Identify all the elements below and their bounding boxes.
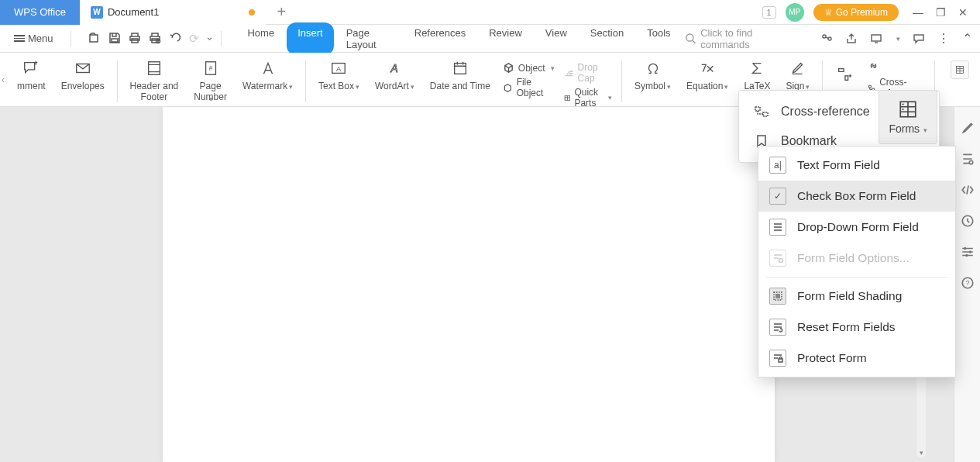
comment-icon bbox=[22, 59, 40, 78]
app-tab[interactable]: WPS Office bbox=[0, 0, 80, 25]
watermark-button[interactable]: Watermark▾ bbox=[235, 57, 301, 93]
equation-button[interactable]: Equation▾ bbox=[679, 57, 736, 93]
object-button[interactable]: Object▾ bbox=[503, 62, 555, 74]
document-name-label: Document1 bbox=[108, 6, 159, 18]
share-icon[interactable] bbox=[820, 33, 833, 45]
link-group-icon bbox=[835, 65, 854, 84]
redo-icon[interactable]: ⟳ bbox=[189, 32, 199, 46]
window-badge[interactable]: 1 bbox=[762, 6, 776, 19]
print-preview-icon[interactable] bbox=[149, 32, 161, 46]
more-icon[interactable]: › bbox=[201, 37, 215, 40]
history-panel-icon[interactable] bbox=[961, 214, 975, 228]
user-avatar[interactable]: MP bbox=[786, 3, 804, 22]
close-button[interactable]: ✕ bbox=[958, 6, 968, 19]
document-tab[interactable]: W Document1 bbox=[80, 0, 266, 25]
calendar-icon bbox=[451, 59, 469, 78]
menu-form-field-shading[interactable]: Form Field Shading bbox=[758, 281, 955, 312]
sign-button[interactable]: Sign▾ bbox=[778, 57, 817, 93]
envelopes-button[interactable]: Envelopes bbox=[53, 57, 112, 93]
kebab-icon[interactable]: ⋮ bbox=[937, 31, 950, 46]
export-icon[interactable] bbox=[845, 33, 858, 45]
plus-icon: + bbox=[277, 3, 286, 21]
svg-point-20 bbox=[968, 250, 971, 253]
tab-tools[interactable]: Tools bbox=[636, 22, 681, 55]
menu-text-form-field[interactable]: a| Text Form Field bbox=[758, 150, 955, 181]
command-search[interactable]: Click to find commands bbox=[685, 27, 802, 50]
screen-icon[interactable] bbox=[870, 33, 882, 45]
menu-toggle[interactable]: Menu bbox=[8, 29, 60, 47]
undo-icon[interactable] bbox=[169, 32, 181, 46]
quick-access-toolbar: ⟳ › bbox=[88, 32, 210, 46]
tab-section[interactable]: Section bbox=[579, 22, 634, 55]
save-icon[interactable] bbox=[108, 32, 121, 46]
date-time-button[interactable]: Date and Time bbox=[422, 57, 498, 93]
hyperlink-group-icon[interactable] bbox=[827, 57, 861, 85]
equation-icon bbox=[698, 59, 717, 78]
svg-text:?: ? bbox=[965, 279, 969, 287]
forms-submenu: a| Text Form Field ✓ Check Box Form Fiel… bbox=[758, 146, 956, 378]
maximize-button[interactable]: ❐ bbox=[936, 6, 946, 19]
tab-references[interactable]: References bbox=[404, 22, 476, 55]
bookmark-small-button[interactable] bbox=[868, 60, 923, 72]
forms-icon bbox=[951, 60, 969, 79]
chevron-down-icon[interactable]: ▾ bbox=[896, 35, 900, 43]
app-name-label: WPS Office bbox=[14, 6, 66, 18]
menu-separator bbox=[766, 277, 947, 278]
forms-dropdown-button[interactable]: Forms ▾ bbox=[879, 90, 937, 144]
watermark-icon bbox=[259, 59, 277, 78]
header-footer-button[interactable]: Header and Footer bbox=[122, 57, 187, 105]
ribbon-tabs: Home Insert Page Layout References Revie… bbox=[236, 22, 681, 55]
envelope-icon bbox=[74, 59, 92, 78]
crown-icon: ♕ bbox=[824, 7, 833, 18]
collapse-ribbon-icon[interactable]: ⌃ bbox=[962, 31, 972, 46]
quick-parts-button[interactable]: Quick Parts▾ bbox=[564, 87, 613, 109]
settings-panel-icon[interactable] bbox=[961, 245, 975, 259]
header-footer-icon bbox=[145, 59, 163, 78]
minimize-button[interactable]: — bbox=[913, 6, 923, 19]
svg-text:#: # bbox=[208, 65, 212, 72]
lock-icon bbox=[769, 350, 786, 367]
menu-reset-form-fields[interactable]: Reset Form Fields bbox=[758, 312, 955, 343]
help-panel-icon[interactable]: ? bbox=[961, 276, 975, 290]
text-box-button[interactable]: A Text Box▾ bbox=[311, 57, 367, 93]
tab-insert[interactable]: Insert bbox=[287, 22, 334, 55]
checkbox-icon: ✓ bbox=[769, 188, 786, 205]
tab-home[interactable]: Home bbox=[236, 22, 285, 55]
forms-icon bbox=[898, 99, 918, 119]
comment-pane-icon[interactable] bbox=[913, 33, 925, 45]
open-icon[interactable] bbox=[88, 32, 101, 46]
tab-review[interactable]: Review bbox=[478, 22, 533, 55]
comment-button[interactable]: mment bbox=[9, 57, 53, 93]
tab-view[interactable]: View bbox=[535, 22, 578, 55]
scroll-left-icon[interactable]: ‹ bbox=[0, 74, 6, 85]
text-box-icon: A bbox=[329, 59, 348, 78]
code-panel-icon[interactable] bbox=[961, 183, 975, 197]
file-object-button[interactable]: File Object bbox=[503, 77, 555, 98]
svg-point-21 bbox=[965, 254, 968, 257]
scroll-down-icon[interactable]: ▾ bbox=[916, 449, 926, 457]
menu-protect-form[interactable]: Protect Form bbox=[758, 343, 955, 374]
page-number-icon: # bbox=[201, 59, 220, 78]
wordart-button[interactable]: A WordArt▾ bbox=[367, 57, 422, 93]
svg-point-25 bbox=[779, 259, 783, 263]
print-icon[interactable] bbox=[129, 32, 141, 46]
quick-parts-icon bbox=[564, 92, 571, 104]
style-panel-icon[interactable] bbox=[961, 152, 975, 166]
document-page[interactable] bbox=[163, 107, 775, 462]
svg-rect-27 bbox=[775, 294, 780, 298]
text-field-icon: a| bbox=[769, 157, 786, 174]
latex-button[interactable]: LaTeX bbox=[736, 57, 778, 93]
new-tab-button[interactable]: + bbox=[266, 0, 297, 25]
forms-toolbar-button[interactable] bbox=[943, 57, 977, 81]
shading-icon bbox=[769, 288, 786, 305]
file-icon bbox=[503, 82, 513, 94]
options-icon bbox=[769, 250, 786, 267]
tab-page-layout[interactable]: Page Layout bbox=[335, 22, 402, 55]
menu-checkbox-form-field[interactable]: ✓ Check Box Form Field bbox=[758, 181, 955, 212]
symbol-button[interactable]: Symbol▾ bbox=[627, 57, 679, 93]
omega-icon bbox=[644, 59, 662, 78]
unsaved-indicator bbox=[249, 9, 255, 16]
go-premium-button[interactable]: ♕ Go Premium bbox=[813, 4, 899, 21]
pencil-panel-icon[interactable] bbox=[961, 121, 975, 135]
menu-dropdown-form-field[interactable]: Drop-Down Form Field bbox=[758, 212, 955, 243]
